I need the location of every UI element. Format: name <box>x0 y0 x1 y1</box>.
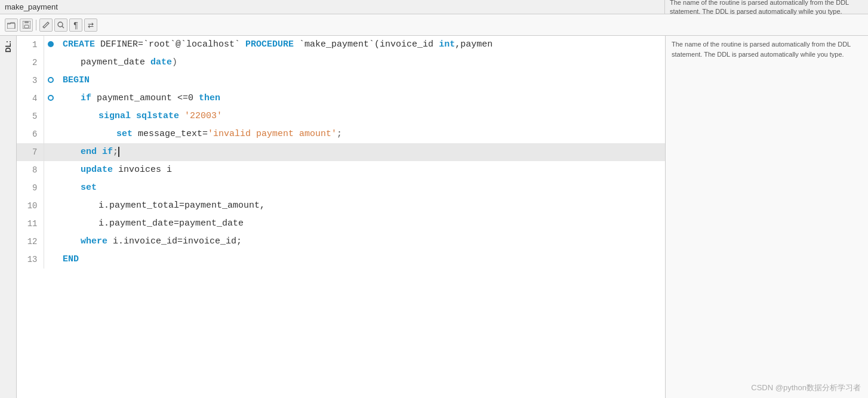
code-token: end <box>81 147 97 157</box>
pencil-btn[interactable] <box>39 18 53 32</box>
code-token <box>179 111 184 121</box>
gutter-cell <box>44 197 58 215</box>
tab-title: make_payment <box>5 2 58 11</box>
line-number: 13 <box>17 251 44 269</box>
save-btn[interactable] <box>20 18 33 32</box>
gutter-dot-outline <box>48 95 54 101</box>
table-row: 11i.payment_date=payment_date <box>17 215 665 233</box>
line-number: 4 <box>17 90 44 107</box>
table-row: 9set <box>17 179 665 197</box>
code-line[interactable]: set <box>58 179 665 197</box>
code-token: 'invalid payment amount' <box>208 129 337 139</box>
arrows-btn[interactable]: ⇄ <box>84 18 97 32</box>
code-table: 1CREATE DEFINER=`root`@`localhost` PROCE… <box>17 36 665 269</box>
code-token: CREATE <box>63 39 95 50</box>
gutter-cell <box>44 72 58 90</box>
watermark: CSDN @python数据分析学习者 <box>751 382 861 393</box>
table-row: 8update invoices i <box>17 161 665 179</box>
table-row: 2payment_date date) <box>17 54 665 72</box>
code-token: DEFINER=`root`@`localhost` <box>95 39 245 50</box>
code-line[interactable]: i.payment_total=payment_amount, <box>58 197 665 215</box>
gutter-cell <box>44 107 58 125</box>
main-area: DL: 1CREATE DEFINER=`root`@`localhost` P… <box>0 36 868 398</box>
code-token: int <box>439 39 455 50</box>
gutter-cell <box>44 143 58 161</box>
code-token: '22003' <box>184 111 222 121</box>
line-number: 6 <box>17 125 44 143</box>
gutter-cell <box>44 54 58 72</box>
line-number: 7 <box>17 143 44 161</box>
code-line[interactable]: CREATE DEFINER=`root`@`localhost` PROCED… <box>58 36 665 54</box>
code-line[interactable]: i.payment_date=payment_date <box>58 215 665 233</box>
code-token: PROCEDURE <box>245 39 294 50</box>
line-number: 9 <box>17 179 44 197</box>
code-token: where <box>81 236 107 246</box>
code-token: signal <box>99 111 131 121</box>
code-token <box>131 111 136 121</box>
code-token: set <box>116 129 133 139</box>
code-token <box>97 147 102 157</box>
gutter-cell <box>44 215 58 233</box>
code-token: if <box>81 93 91 103</box>
code-token: i.payment_total=payment_amount, <box>99 200 265 211</box>
code-line[interactable]: set message_text='invalid payment amount… <box>58 125 665 143</box>
code-line[interactable]: signal sqlstate '22003' <box>58 107 665 125</box>
code-token: message_text= <box>133 129 208 139</box>
code-token: BEGIN <box>63 75 90 85</box>
code-token: ; <box>337 129 342 139</box>
gutter-dot-outline <box>48 77 54 83</box>
code-token: if <box>102 147 113 157</box>
gutter-cell <box>44 233 58 251</box>
table-row: 1CREATE DEFINER=`root`@`localhost` PROCE… <box>17 36 665 54</box>
table-row: 3BEGIN <box>17 72 665 90</box>
code-token: ,paymen <box>455 39 493 50</box>
search-btn[interactable] <box>54 18 67 32</box>
line-number: 12 <box>17 233 44 251</box>
code-line[interactable]: if payment_amount <=0 then <box>58 90 665 107</box>
code-token: i.payment_date=payment_date <box>99 218 244 229</box>
table-row: 4if payment_amount <=0 then <box>17 90 665 107</box>
right-panel-description: The name of the routine is parsed automa… <box>670 0 863 16</box>
table-row: 10i.payment_total=payment_amount, <box>17 197 665 215</box>
gutter-cell <box>44 161 58 179</box>
code-token: update <box>81 165 113 175</box>
code-token: `make_payment`(invoice_id <box>294 39 439 50</box>
svg-line-5 <box>62 26 64 28</box>
code-token: date <box>150 57 172 67</box>
gutter-cell <box>44 125 58 143</box>
right-panel-text: The name of the routine is parsed automa… <box>672 41 851 58</box>
line-number: 5 <box>17 107 44 125</box>
line-number: 2 <box>17 54 44 72</box>
code-line[interactable]: BEGIN <box>58 72 665 90</box>
table-row: 6set message_text='invalid payment amoun… <box>17 125 665 143</box>
line-number: 11 <box>17 215 44 233</box>
code-token: ; <box>113 147 118 157</box>
code-token: END <box>63 254 79 264</box>
dl-label: DL: <box>4 41 13 53</box>
dl-sidebar: DL: <box>0 36 17 398</box>
code-line[interactable]: where i.invoice_id=invoice_id; <box>58 233 665 251</box>
code-token: ) <box>172 57 177 67</box>
table-row: 5signal sqlstate '22003' <box>17 107 665 125</box>
line-number: 3 <box>17 72 44 90</box>
gutter-cell <box>44 179 58 197</box>
code-token: then <box>199 93 220 103</box>
code-token: payment_date <box>81 57 150 67</box>
code-token: i.invoice_id=invoice_id; <box>107 236 242 246</box>
table-row: 12where i.invoice_id=invoice_id; <box>17 233 665 251</box>
code-line[interactable]: update invoices i <box>58 161 665 179</box>
line-number: 8 <box>17 161 44 179</box>
code-token: sqlstate <box>136 111 179 121</box>
paragraph-btn[interactable]: ¶ <box>69 18 82 32</box>
open-folder-btn[interactable] <box>5 18 18 32</box>
code-editor[interactable]: 1CREATE DEFINER=`root`@`localhost` PROCE… <box>17 36 665 398</box>
code-token: set <box>81 183 97 193</box>
code-line[interactable]: payment_date date) <box>58 54 665 72</box>
code-line[interactable]: END <box>58 251 665 269</box>
svg-point-4 <box>58 22 63 27</box>
svg-rect-2 <box>24 21 29 23</box>
code-line[interactable]: end if; <box>58 143 665 161</box>
right-panel: The name of the routine is parsed automa… <box>665 36 868 398</box>
toolbar: ¶ ⇄ <box>0 14 868 36</box>
gutter-dot-blue <box>48 41 54 47</box>
